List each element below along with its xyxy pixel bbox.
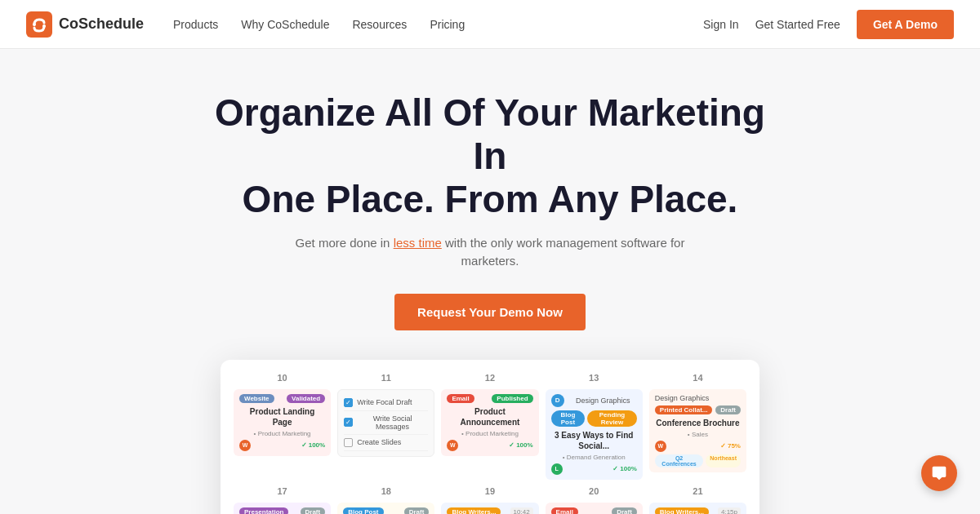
day-num-21: 21 [649, 486, 746, 496]
signin-link[interactable]: Sign In [703, 18, 739, 31]
get-demo-button[interactable]: Get A Demo [857, 10, 954, 39]
nav-links: Products Why CoSchedule Resources Pricin… [173, 18, 703, 31]
day-num-12: 12 [441, 373, 538, 383]
day-num-10: 10 [234, 373, 331, 383]
svg-rect-0 [26, 11, 52, 38]
cal-col-21: 21 Blog Writers... 4:15p Top 10 Tips for… [649, 486, 746, 514]
cal-col-20: 20 Email Draft Product Reminder • Produc… [546, 486, 643, 514]
chat-icon [931, 465, 947, 481]
cal-col-12: 12 Email Published Product Announcement … [441, 373, 538, 480]
cta-button[interactable]: Request Your Demo Now [394, 294, 586, 330]
day-num-11: 11 [337, 373, 434, 383]
cal-card-email2: Email Draft Product Reminder • Product M… [546, 503, 643, 514]
hero-title: Organize All Of Your Marketing In One Pl… [204, 91, 776, 221]
cal-col-13: 13 D Design Graphics Blog Post Pending R… [546, 373, 643, 480]
hero-subtitle: Get more done in less time with the only… [286, 234, 694, 271]
cal-card-blogwriters: Blog Writers... 10:42 The Best Advice Fo… [441, 503, 538, 514]
cal-col-17: 17 Presentation Draft Conference Slide D… [234, 486, 331, 514]
day-num-18: 18 [337, 486, 434, 496]
nav-products[interactable]: Products [173, 18, 218, 31]
logo-text: CoSchedule [59, 16, 144, 33]
get-started-link[interactable]: Get Started Free [755, 18, 840, 31]
cal-card-website: Website Validated Product Landing Page •… [234, 389, 331, 456]
hero-section: Organize All Of Your Marketing In One Pl… [0, 49, 980, 514]
chat-button[interactable] [921, 455, 957, 491]
cal-card-checklist: ✓ Write Focal Draft ✓ Write Social Messa… [337, 389, 434, 457]
cal-card-email: Email Published Product Announcement • P… [441, 389, 538, 456]
day-num-14: 14 [649, 373, 746, 383]
cal-card-blogwriters2: Blog Writers... 4:15p Top 10 Tips for Wr… [649, 503, 746, 514]
navbar: CoSchedule Products Why CoSchedule Resou… [0, 0, 980, 49]
cal-col-14: 14 Design Graphics Printed Collat... Dra… [649, 373, 746, 480]
cal-col-18: 18 Blog Post Draft How to Write Your Bes… [337, 486, 434, 514]
logo[interactable]: CoSchedule [26, 11, 144, 38]
nav-right: Sign In Get Started Free Get A Demo [703, 10, 954, 39]
calendar-mockup: 10 Website Validated Product Landing Pag… [220, 360, 760, 514]
cal-card-presentation: Presentation Draft Conference Slide Deck… [234, 503, 331, 514]
cal-col-11: 11 ✓ Write Focal Draft ✓ Write Social Me… [337, 373, 434, 480]
svg-point-1 [33, 23, 36, 26]
day-num-17: 17 [234, 486, 331, 496]
cal-card-printed: Design Graphics Printed Collat... Draft … [649, 389, 746, 472]
nav-pricing[interactable]: Pricing [430, 18, 465, 31]
svg-point-2 [42, 24, 46, 28]
day-num-13: 13 [546, 373, 643, 383]
nav-resources[interactable]: Resources [352, 18, 407, 31]
cal-card-blogpost: D Design Graphics Blog Post Pending Revi… [546, 389, 643, 480]
nav-why[interactable]: Why CoSchedule [241, 18, 329, 31]
cal-col-10: 10 Website Validated Product Landing Pag… [234, 373, 331, 480]
cal-card-blogpost2: Blog Post Draft How to Write Your Best..… [337, 503, 434, 514]
logo-icon [26, 11, 52, 38]
day-num-19: 19 [441, 486, 538, 496]
cal-col-19: 19 Blog Writers... 10:42 The Best Advice… [441, 486, 538, 514]
day-num-20: 20 [546, 486, 643, 496]
